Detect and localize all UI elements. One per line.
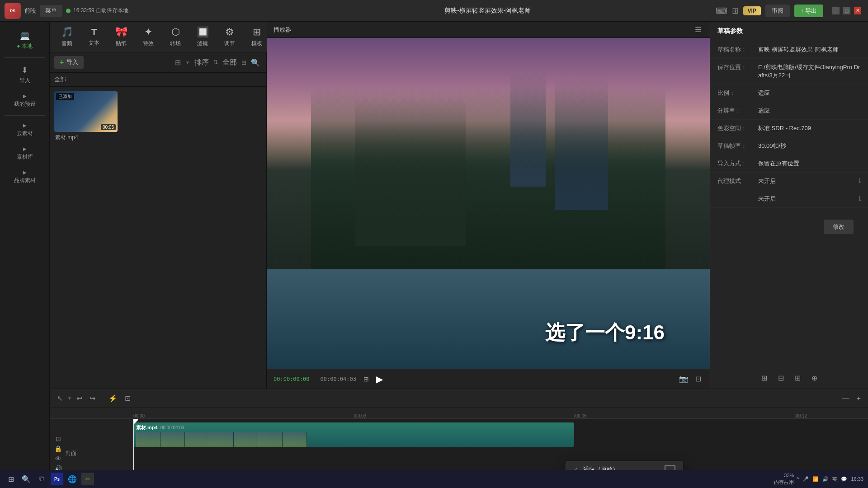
align-center-icon[interactable]: ⊞ — [760, 373, 769, 383]
tower-1 — [510, 71, 546, 187]
select-tool-button[interactable]: ↖ — [54, 393, 66, 404]
toolbar-effect[interactable]: ✦ 特效 — [136, 23, 161, 50]
template-icon: ⊞ — [253, 26, 261, 38]
export-button[interactable]: ↑ 导出 — [794, 5, 823, 17]
modify-button[interactable]: 修改 — [824, 220, 854, 234]
windows-icon[interactable]: ⊞ — [5, 473, 17, 485]
track-collapse-button[interactable]: ⊡ — [54, 435, 62, 442]
plus-icon: + — [60, 58, 64, 66]
fullscreen-button[interactable]: ⊡ — [693, 374, 703, 384]
sidebar-item-preset[interactable]: ▶ 我的预设 — [0, 89, 49, 113]
undo-button[interactable]: ↩ — [74, 393, 85, 404]
jianying-icon[interactable]: ✂ — [81, 473, 94, 485]
search-button[interactable]: 🔍 — [249, 57, 262, 68]
framerate-value: 30.00帧/秒 — [758, 142, 861, 150]
toolbar-template[interactable]: ⊞ 模板 — [244, 23, 269, 50]
play-button[interactable]: ▶ — [376, 374, 383, 385]
import-button[interactable]: + 导入 — [54, 56, 84, 69]
minimize-button[interactable]: ─ — [832, 7, 840, 14]
import-icon: ⬇ — [21, 65, 28, 75]
media-grid: 已添加 00:05 素材.mp4 — [50, 87, 266, 389]
settings-row-colorspace: 色彩空间： 标准 SDR - Rec.709 — [710, 120, 868, 137]
zoom-fit-icon[interactable]: ⊕ — [810, 373, 819, 383]
right-panel-body: 草稿名称： 剪映-横屏转竖屏效果-阿枫老师 保存位置： E:/剪映电脑版/缓存文… — [710, 41, 868, 389]
browser-icon[interactable]: 🌐 — [66, 473, 79, 485]
audio-icon: 🎵 — [61, 26, 73, 38]
clip-thumb-6 — [258, 432, 283, 447]
tray-arrow[interactable]: ^ — [797, 476, 799, 482]
clip-name: 素材.mp4 — [136, 424, 158, 431]
toolbar-transition[interactable]: ⬡ 转场 — [163, 23, 188, 50]
sidebar-item-local[interactable]: 💻 ● 本地 — [0, 26, 49, 55]
track-lock-button[interactable]: 🔒 — [54, 445, 62, 452]
track-label: 封面 — [66, 450, 76, 457]
adjust-label: 调节 — [224, 40, 235, 47]
extra-info-icon[interactable]: ℹ — [859, 195, 861, 202]
below-topbar: 💻 ● 本地 ⬇ 导入 ▶ 我的预设 ▶ 云素材 ▶ 素材库 ▶ — [0, 22, 868, 488]
track-visible-button[interactable]: 👁 — [54, 455, 62, 462]
split-button[interactable]: ⚡ — [106, 393, 120, 404]
delete-button[interactable]: ⊡ — [122, 393, 133, 404]
sidebar-divider-2 — [5, 115, 45, 116]
transition-icon: ⬡ — [171, 26, 180, 38]
layout-icon-btn[interactable]: ⊞ — [732, 6, 739, 16]
top-bar-right: ⌨ ⊞ VIP 审阅 ↑ 导出 ─ □ ✕ — [709, 5, 868, 17]
screenshot-button[interactable]: 📷 — [677, 374, 690, 384]
grid-lines-button[interactable]: ⊞ — [362, 375, 371, 384]
chat-icon[interactable]: 💬 — [841, 476, 847, 482]
keyboard-icon-btn[interactable]: ⌨ — [716, 6, 727, 16]
zoom-out-tl[interactable]: — — [840, 393, 852, 404]
toolbar-adjust[interactable]: ⚙ 调节 — [217, 23, 242, 50]
toolbar-filter[interactable]: 🔲 滤镜 — [190, 23, 215, 50]
sidebar-brand-label: 品牌素材 — [14, 177, 36, 184]
player-video: 选了一个9:16 — [267, 38, 710, 369]
list-item[interactable]: 已添加 00:05 素材.mp4 — [54, 91, 118, 143]
clip-thumb-4 — [209, 432, 234, 447]
lang-indicator[interactable]: 英 — [832, 476, 837, 483]
video-frame: 选了一个9:16 — [267, 38, 710, 369]
taskview-icon[interactable]: ⧉ — [35, 473, 48, 485]
toolbar-audio[interactable]: 🎵 音频 — [54, 23, 80, 50]
toolbar-sticker[interactable]: 🎀 贴纸 — [108, 23, 134, 50]
sidebar-item-brand[interactable]: ▶ 品牌素材 — [0, 165, 49, 189]
timeline-tools-right: — + — [840, 393, 863, 404]
sort-button[interactable]: 排序 — [193, 57, 211, 68]
resolution-label: 分辨率： — [717, 107, 754, 115]
grid-view-button[interactable]: ⊞ — [173, 57, 183, 68]
maximize-button[interactable]: □ — [843, 7, 850, 14]
volume-icon[interactable]: 🔊 — [822, 476, 829, 482]
media-view-controls: ⊞ ▼ 排序 ⇅ 全部 ⊟ 🔍 — [173, 57, 262, 68]
search-icon[interactable]: 🔍 — [20, 473, 33, 485]
tl-separator-1 — [102, 394, 102, 403]
player-menu-button[interactable]: ☰ — [693, 24, 703, 35]
app-name: 前映 — [24, 7, 36, 15]
settings-row-name: 草稿名称： 剪映-横屏转竖屏效果-阿枫老师 — [710, 41, 868, 59]
player-header: 播放器 ☰ — [267, 22, 710, 38]
redo-button[interactable]: ↪ — [87, 393, 98, 404]
toolbar-text[interactable]: T 文本 — [81, 24, 107, 50]
sidebar-item-cloud[interactable]: ▶ 云素材 — [0, 118, 49, 142]
video-clip[interactable]: 素材.mp4 00:00:04:03 — [133, 422, 574, 447]
network-icon[interactable]: 📶 — [812, 476, 819, 482]
top-bar: PS 前映 菜单 16:33:59 自动保存本地 剪映-横屏转竖屏效果-阿枫老师… — [0, 0, 868, 22]
filter-all-button[interactable]: 全部 — [221, 57, 239, 68]
mic-icon[interactable]: 🎤 — [802, 476, 809, 482]
vip-badge[interactable]: VIP — [743, 6, 761, 15]
zoom-in-icon[interactable]: ⊞ — [793, 373, 802, 383]
menu-button[interactable]: 菜单 — [40, 5, 62, 17]
filter-icon: ⊟ — [241, 59, 246, 66]
sidebar-item-import[interactable]: ⬇ 导入 — [0, 61, 49, 89]
ps-icon[interactable]: Ps — [51, 473, 63, 485]
sidebar-item-assets[interactable]: ▶ 素材库 — [0, 142, 49, 165]
media-toolbar: + 导入 ⊞ ▼ 排序 ⇅ 全部 ⊟ 🔍 — [50, 52, 266, 73]
sidebar-divider-1 — [5, 57, 45, 58]
review-button[interactable]: 审阅 — [765, 5, 790, 17]
framerate-label: 草稿帧率： — [717, 142, 754, 150]
media-thumbnail: 已添加 00:05 — [54, 91, 118, 132]
zoom-in-tl[interactable]: + — [854, 393, 863, 404]
zoom-out-icon[interactable]: ⊟ — [776, 373, 786, 383]
colorspace-value: 标准 SDR - Rec.709 — [758, 124, 861, 132]
media-toolbar-col: 🎵 音频 T 文本 🎀 贴纸 ✦ 特效 — [50, 22, 267, 389]
close-button[interactable]: ✕ — [854, 7, 861, 14]
proxy-info-icon[interactable]: ℹ — [859, 177, 861, 184]
